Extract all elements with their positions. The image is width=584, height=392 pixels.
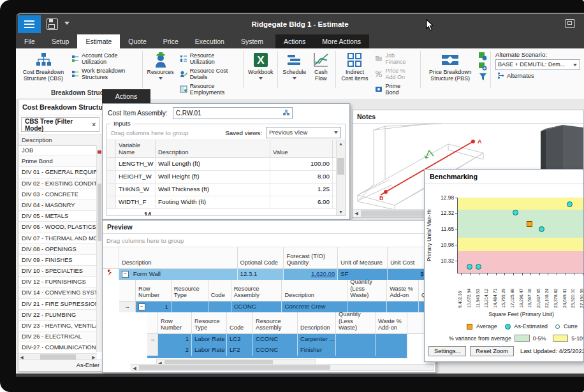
concrete-crew-row[interactable]: → − 1 CCONC Concrete Crew	[119, 301, 435, 312]
inputs-column-header[interactable]: Value	[270, 140, 333, 157]
work-breakdown-structures-button[interactable]: Work Breakdown Structures	[69, 67, 139, 81]
inputs-cell[interactable]: 1.25	[270, 184, 333, 196]
forecast-quantity-link[interactable]: 1,620.00	[311, 270, 335, 277]
preview-column-header[interactable]: Unit of Measure	[338, 247, 388, 268]
cbs-tree-row[interactable]: DIV 22 - PLUMBING	[18, 310, 97, 321]
description-column-header[interactable]: Description	[18, 134, 102, 146]
menu-tab-file[interactable]: File	[16, 34, 43, 48]
inputs-cell[interactable]: Wall Height (ft)	[156, 171, 270, 183]
menu-tab-setup[interactable]: Setup	[43, 34, 77, 48]
cbs-tree-row[interactable]: DIV 23 - HEATING, VENTILA...	[18, 321, 97, 331]
inputs-vertical-scrollbar[interactable]: ▲ ▼	[336, 140, 345, 215]
scroll-left-icon[interactable]: ◀	[353, 210, 360, 217]
scroll-up-icon[interactable]: ▲	[337, 140, 345, 147]
inputs-row[interactable]: THKNS_WWall Thickness (ft)1.25	[107, 184, 337, 196]
close-icon[interactable]: ×	[92, 121, 96, 128]
menu-tab-more-actions[interactable]: More Actions	[314, 34, 369, 48]
cbs-tree-row[interactable]: DIV 10 - SPECIALTIES	[18, 266, 97, 277]
crew-column-header[interactable]: Resource Type	[172, 280, 208, 301]
prime-bond-button[interactable]: Prime Bond	[373, 82, 417, 96]
inputs-cell[interactable]: 6.00	[270, 196, 333, 208]
inputs-cell[interactable]: 8.00	[270, 171, 333, 183]
inputs-row[interactable]: HEIGHT_WWall Height (ft)8.00	[107, 171, 337, 184]
cost-item-assembly-input[interactable]: C.RW.01	[173, 107, 293, 119]
crew-column-header[interactable]: Description	[282, 280, 347, 301]
preview-column-header[interactable]: Optional Code	[238, 247, 284, 268]
window-layout-icon[interactable]	[565, 19, 575, 28]
preview-column-header[interactable]	[103, 247, 119, 268]
cbs-tree-row[interactable]: DIV 06 - WOOD, PLASTICS &...	[18, 222, 97, 233]
inputs-column-header[interactable]: Variable Name	[116, 140, 156, 157]
detail-column-header[interactable]: Resource Assembly	[253, 312, 298, 333]
filter-funnel-icon[interactable]	[479, 73, 487, 81]
actions-window-tab[interactable]: Actions	[102, 89, 150, 103]
menu-tab-system[interactable]: System	[233, 34, 272, 48]
inputs-cell[interactable]: Wall Length (ft)	[156, 158, 270, 170]
detail-column-header[interactable]: Quantity (Less Waste)	[336, 312, 376, 333]
detail-column-header[interactable]: Code	[227, 312, 253, 333]
settings-button[interactable]: Settings...	[428, 346, 466, 356]
crew-column-header[interactable]: Quantity (Less Waste)	[347, 280, 387, 301]
quick-access-dropdown-icon[interactable]	[64, 22, 69, 25]
resource-detail-row[interactable]: →1Labor RateLC2CCONCCarpenter ...	[147, 334, 435, 345]
inputs-row[interactable]: WIDTH_FFooting Width (ft)6.00	[107, 196, 337, 209]
crew-column-header[interactable]: Resource Assembly	[231, 280, 282, 301]
resource-detail-row[interactable]: 2Labor RateLF2CCONCFinisher	[147, 345, 435, 356]
workbook-button[interactable]: X Workbook	[245, 50, 275, 89]
resource-cost-details-button[interactable]: Resource Cost Details	[178, 67, 240, 81]
inputs-column-header[interactable]: Description	[156, 140, 270, 157]
preview-horizontal-scrollbar[interactable]: ◀	[131, 364, 434, 371]
indirect-cost-items-button[interactable]: Indirect Cost Items	[337, 50, 372, 89]
cbs-tree-row[interactable]: DIV 12 - FURNISHINGS	[18, 277, 97, 287]
scroll-left-icon[interactable]: ◀	[131, 365, 138, 370]
data-point-average[interactable]	[527, 221, 532, 227]
cbs-tree-row[interactable]: DIV 14 - CONVEYING SYSTEMS	[18, 287, 97, 298]
saved-views-select[interactable]: Previous View	[266, 127, 341, 138]
data-point-as-estimated[interactable]	[539, 226, 544, 232]
pbs-tool-icon-2[interactable]	[479, 62, 487, 71]
cbs-tree-row[interactable]: DIV 04 - MASONRY	[18, 200, 97, 211]
inputs-cell[interactable]: THKNS_W	[116, 184, 156, 196]
job-finance-button[interactable]: Job Finance	[373, 52, 417, 66]
inputs-cell[interactable]: HEIGHT_W	[116, 171, 156, 183]
resources-button[interactable]: Resources	[145, 50, 177, 89]
menu-tab-price[interactable]: Price	[155, 34, 187, 48]
detail-column-header[interactable]: Description	[298, 312, 336, 333]
hamburger-menu-button[interactable]	[18, 15, 41, 33]
crew-column-header[interactable]: Waste % Add-on	[387, 280, 419, 301]
cbs-tree-row[interactable]: DIV-27 - COMMUNICATIONS	[18, 342, 97, 352]
price-percent-addon-button[interactable]: Price % Add On	[373, 67, 417, 81]
menu-tab-actions[interactable]: Actions	[275, 34, 314, 48]
menu-tab-quote[interactable]: Quote	[120, 34, 155, 48]
alternate-scenario-select[interactable]: BASE + DEMUTIL: Dem...	[495, 59, 580, 70]
alternates-button[interactable]: Alternates	[495, 71, 580, 80]
detail-column-header[interactable]: Row Number	[158, 312, 192, 333]
schedule-button[interactable]: Schedule	[280, 50, 309, 89]
detail-column-header[interactable]: Resource Type	[192, 312, 227, 333]
pbs-button[interactable]: Price Breakdown Structure (PBS)	[423, 50, 478, 89]
reset-zoom-button[interactable]: Reset Zoom	[470, 346, 514, 356]
cbs-tree-row[interactable]: DIV 01 - GENERAL REQUIRE...	[18, 167, 97, 178]
crew-column-header[interactable]	[119, 280, 136, 301]
inputs-cell[interactable]: LENGTH_W	[116, 158, 156, 170]
menu-tab-execution[interactable]: Execution	[187, 34, 233, 48]
cbs-tree-row[interactable]: DIV 02 - EXISTING CONDITI...	[18, 178, 97, 189]
cbs-tree-row[interactable]: DIV 08 - OPENINGS	[18, 244, 97, 255]
pbs-tool-icon-1[interactable]	[479, 52, 487, 61]
cbs-button[interactable]: Cost Breakdown Structure (CBS)	[18, 50, 68, 89]
resource-utilization-button[interactable]: Resource Utilization	[178, 52, 240, 66]
inputs-cell[interactable]: Footing Width (ft)	[156, 196, 270, 208]
cbs-vertical-scrollbar[interactable]	[96, 145, 102, 352]
data-point-as-estimated[interactable]	[567, 201, 573, 207]
cbs-tree-filter-tab[interactable]: CBS Tree (Filter Mode) ×	[21, 117, 99, 132]
crew-column-header[interactable]: Code	[208, 280, 231, 301]
benchmark-scatter-plot[interactable]	[458, 198, 584, 273]
account-code-utilization-button[interactable]: Account Code Utilization	[69, 52, 139, 66]
menu-tab-estimate[interactable]: Estimate	[77, 34, 120, 48]
cbs-tree-row[interactable]: DIV 03 - CONCRETE	[18, 189, 97, 200]
detail-column-header[interactable]: Waste % Add-on	[376, 312, 407, 333]
save-icon[interactable]	[47, 18, 58, 30]
inputs-cell[interactable]: WIDTH_F	[116, 196, 156, 208]
cbs-tree-row[interactable]: DIV 07 - THERMAL AND MOI...	[18, 233, 97, 244]
cbs-tree-row[interactable]: DIV 05 - METALS	[18, 211, 97, 222]
